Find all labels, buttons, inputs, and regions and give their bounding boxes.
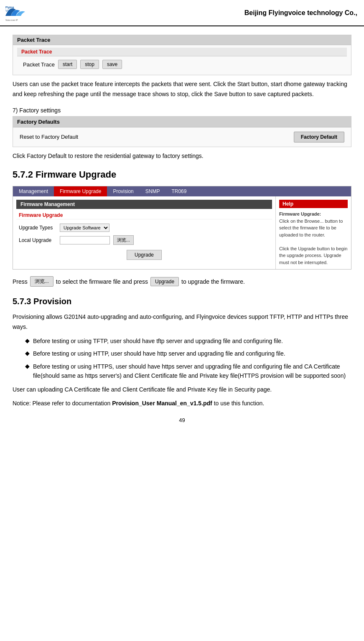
- fw-local-upgrade-label: Local Upgrade: [19, 237, 56, 243]
- tab-firmware-upgrade[interactable]: Firmware Upgrade: [54, 186, 107, 196]
- bullet-text-2: Before testing or using HTTP, user shoul…: [33, 349, 285, 358]
- para5-suffix: to use this function.: [212, 400, 265, 407]
- section-573-heading: 5.7.3 Provision: [13, 297, 351, 306]
- para3: Provisioning allows G201N4 auto-upgradin…: [13, 312, 351, 332]
- fw-help-header: Help: [279, 200, 348, 208]
- tab-management[interactable]: Management: [13, 186, 54, 196]
- bullet-item-1: ◆ Before testing or using TFTP, user sho…: [25, 336, 351, 346]
- packet-trace-screenshot: Packet Trace Packet Trace Packet Trace s…: [13, 35, 351, 75]
- fw-upgrade-types-select[interactable]: Upgrade Software: [60, 224, 109, 232]
- svg-text:Flying: Flying: [5, 6, 14, 9]
- fw-sub-header: Firmware Upgrade: [16, 211, 272, 219]
- fw-main-header: Firmware Management: [16, 200, 272, 209]
- factory-outer-header: Factory Defaults: [13, 117, 351, 127]
- tab-snmp[interactable]: SNMP: [140, 186, 166, 196]
- para5-bold: Provision_User Manual_en_v1.5.pdf: [112, 400, 212, 407]
- firmware-upgrade-screenshot: Management Firmware Upgrade Provision SN…: [13, 186, 351, 270]
- para5-prefix: Notice: Please refer to documentation: [13, 400, 112, 407]
- tab-provision[interactable]: Provision: [107, 186, 139, 196]
- bullet-list: ◆ Before testing or using TFTP, user sho…: [25, 336, 351, 381]
- factory-section-label: 7) Factory settings: [13, 107, 351, 114]
- press-browse-btn[interactable]: 浏览...: [30, 276, 53, 287]
- fw-help-text2: Click the Upgrade button to begin the up…: [279, 246, 347, 265]
- factory-row-label: Reset to Factory Default: [20, 134, 78, 140]
- tab-tr069[interactable]: TR069: [165, 186, 192, 196]
- press-line: Press 浏览... to select the firmware file …: [13, 276, 351, 287]
- bullet-text-3: Before testing or using HTTPS, user shou…: [33, 362, 351, 381]
- fw-browse-button[interactable]: 浏览...: [113, 235, 134, 245]
- fw-body: Firmware Management Firmware Upgrade Upg…: [13, 196, 351, 269]
- factory-default-button[interactable]: Factory Default: [294, 132, 344, 142]
- fw-local-upgrade-input[interactable]: [60, 236, 110, 244]
- fw-upgrade-types-label: Upgrade Types: [19, 225, 56, 231]
- page-number: 49: [13, 417, 351, 427]
- factory-screenshot: Factory Defaults Reset to Factory Defaul…: [13, 116, 351, 147]
- fw-help-panel: Help Firmware Upgrade: Click on the Brow…: [276, 196, 351, 269]
- logo-icon: Voice over IP Flying Voice: [3, 3, 28, 22]
- packet-trace-outer-header: Packet Trace: [13, 35, 351, 45]
- section-572-heading: 5.7.2 Firmware Upgrade: [13, 169, 351, 180]
- para1: Users can use the packet trace feature i…: [13, 79, 351, 99]
- press-text: Press: [13, 278, 28, 285]
- page-header: Voice over IP Flying Voice Beijing Flyin…: [0, 0, 364, 26]
- press-after-text: to upgrade the firmware.: [181, 278, 245, 285]
- bullet-diamond-1: ◆: [25, 337, 30, 344]
- press-upgrade-btn[interactable]: Upgrade: [150, 277, 179, 286]
- logo-area: Voice over IP Flying Voice: [3, 3, 28, 22]
- fw-main-panel: Firmware Management Firmware Upgrade Upg…: [13, 196, 276, 269]
- para5: Notice: Please refer to documentation Pr…: [13, 399, 351, 409]
- factory-row: Reset to Factory Default Factory Default: [13, 127, 351, 147]
- svg-text:Voice over IP: Voice over IP: [5, 19, 18, 21]
- para2: Click Factory Default to restore the res…: [13, 151, 351, 161]
- fw-local-upgrade-row: Local Upgrade 浏览...: [16, 234, 272, 247]
- fw-upgrade-btn-row: Upgrade: [16, 247, 272, 263]
- fw-help-content: Firmware Upgrade: Click on the Browse...…: [279, 211, 348, 266]
- stop-button[interactable]: stop: [80, 60, 99, 69]
- bullet-diamond-2: ◆: [25, 350, 30, 356]
- bullet-diamond-3: ◆: [25, 363, 30, 369]
- para4: User can uploading CA Certificate file a…: [13, 385, 351, 395]
- fw-upgrade-button[interactable]: Upgrade: [127, 250, 162, 260]
- packet-trace-inner-header: Packet Trace: [17, 48, 347, 56]
- main-content: Packet Trace Packet Trace Packet Trace s…: [0, 26, 364, 436]
- packet-trace-row-label: Packet Trace: [23, 61, 55, 68]
- fw-tabs-bar: Management Firmware Upgrade Provision SN…: [13, 186, 351, 196]
- fw-upgrade-types-row: Upgrade Types Upgrade Software: [16, 222, 272, 234]
- start-button[interactable]: start: [58, 60, 77, 69]
- svg-text:Voice: Voice: [5, 9, 13, 12]
- press-middle-text: to select the firmware file and press: [56, 278, 148, 285]
- header-title: Beijing Flyingvoice technology Co.,: [244, 9, 357, 17]
- fw-help-text1: Click on the Browse... button to select …: [279, 219, 343, 237]
- fw-help-title: Firmware Upgrade:: [279, 211, 321, 216]
- packet-trace-row: Packet Trace start stop save: [17, 56, 347, 72]
- bullet-item-2: ◆ Before testing or using HTTP, user sho…: [25, 349, 351, 358]
- bullet-item-3: ◆ Before testing or using HTTPS, user sh…: [25, 362, 351, 381]
- save-button[interactable]: save: [102, 60, 122, 69]
- bullet-text-1: Before testing or using TFTP, user shoul…: [33, 336, 283, 346]
